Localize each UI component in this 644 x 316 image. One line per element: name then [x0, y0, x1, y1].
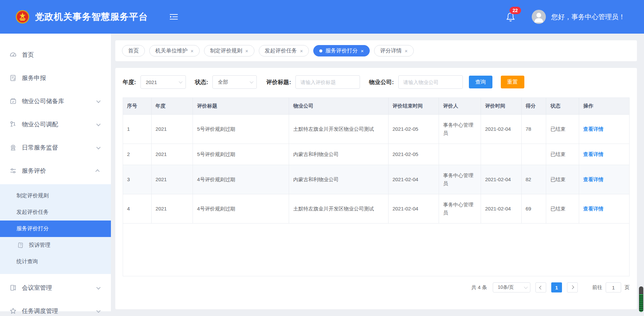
cell-score: 69 [521, 194, 546, 224]
sidebar-item-home[interactable]: 首页 [0, 45, 111, 65]
year-select-value: 2021 [146, 79, 157, 85]
chevron-left-icon [539, 286, 543, 289]
tab-home[interactable]: 首页 [122, 45, 145, 56]
star-icon [9, 307, 17, 315]
tab-label: 发起评价任务 [265, 47, 297, 54]
year-select[interactable]: 2021 [140, 75, 186, 89]
chevron-down-icon [96, 285, 101, 289]
chevron-down-icon [96, 98, 101, 103]
cell-no: 2 [123, 144, 151, 165]
cell-title: 4号评价规则过期 [193, 194, 289, 224]
tab-label: 首页 [128, 47, 139, 54]
tab-evaluation-scoring[interactable]: 服务评价打分 × [313, 45, 370, 56]
view-details-link[interactable]: 查看详情 [583, 126, 603, 132]
cell-status: 已结束 [546, 165, 579, 194]
col-status: 状态 [546, 98, 579, 115]
table-header-row: 序号 年度 评价标题 物业公司 评价结束时间 评价人 评价时间 得分 状态 操作 [123, 98, 629, 115]
col-no: 序号 [123, 98, 151, 115]
sidebar: 首页 服务申报 物业公司储备库 [0, 34, 111, 311]
chevron-down-icon [96, 145, 101, 149]
tab-launch-task[interactable]: 发起评价任务 × [259, 45, 309, 56]
sidebar-item-service-evaluation[interactable]: 服务评价 [0, 161, 111, 181]
cell-evaluator [439, 144, 481, 165]
user-avatar[interactable] [532, 10, 546, 24]
page-size-select[interactable]: 10条/页 [493, 282, 530, 292]
meeting-room-icon [9, 284, 17, 291]
svg-text:?: ? [20, 243, 22, 247]
sidebar-item-label: 任务调度管理 [22, 307, 96, 315]
cell-company: 内蒙古和利物业公司 [289, 144, 388, 165]
close-icon[interactable]: × [300, 48, 303, 53]
page-unit-label: 页 [625, 284, 630, 291]
national-emblem-logo [15, 10, 30, 24]
tab-score-details[interactable]: 评分详情 × [374, 45, 414, 56]
sidebar-item-property-dispatch[interactable]: 物业公司调配 [0, 115, 111, 134]
sidebar-item-label: 日常服务监督 [22, 144, 96, 152]
sidebar-subitem-launch-task[interactable]: 发起评价任务 [0, 204, 111, 221]
col-score: 得分 [521, 98, 546, 115]
tab-make-rules[interactable]: 制定评价规则 × [204, 45, 254, 56]
cell-end-time: 2021-02-04 [388, 194, 439, 224]
view-details-link[interactable]: 查看详情 [583, 206, 603, 211]
cell-company: 土默特左旗金川开发区物业公司测试 [289, 194, 388, 224]
sidebar-item-service-declare[interactable]: 服务申报 [0, 68, 111, 88]
sidebar-subitem-label: 发起评价任务 [16, 209, 49, 216]
total-count: 共 4 条 [471, 284, 487, 291]
user-greeting: 您好，事务中心管理员！ [551, 12, 625, 22]
cell-no: 4 [123, 194, 151, 224]
close-icon[interactable]: × [191, 48, 194, 53]
close-icon[interactable]: × [245, 48, 248, 53]
col-operation: 操作 [579, 98, 629, 115]
chevron-down-icon [96, 308, 101, 313]
monitor-camera-icon [9, 144, 17, 151]
company-input[interactable] [398, 75, 463, 89]
cell-year: 2021 [151, 115, 193, 144]
table-row: 3 2021 4号评价规则过期 内蒙古和利物业公司 2021-02-04 事务中… [123, 165, 629, 194]
cell-title: 4号评价规则过期 [193, 165, 289, 194]
close-icon[interactable]: × [405, 48, 408, 53]
view-details-link[interactable]: 查看详情 [583, 151, 603, 157]
form-icon [9, 74, 17, 82]
sidebar-subitem-evaluation-scoring[interactable]: 服务评价打分 [0, 221, 111, 237]
sidebar-subitem-label: 统计查询 [16, 258, 38, 265]
view-details-link[interactable]: 查看详情 [583, 176, 603, 182]
sidebar-collapse-icon[interactable] [169, 13, 178, 21]
sidebar-item-daily-supervision[interactable]: 日常服务监督 [0, 138, 111, 157]
sidebar-item-label: 服务评价 [22, 167, 96, 175]
current-page-button[interactable]: 1 [551, 282, 562, 292]
status-select[interactable]: 全部 [212, 75, 257, 89]
cell-status: 已结束 [546, 115, 579, 144]
sidebar-item-meeting-room[interactable]: 会议室管理 [0, 278, 111, 298]
sliders-icon [9, 167, 17, 174]
eval-title-input[interactable] [295, 75, 360, 89]
page-size-value: 10条/页 [498, 284, 514, 290]
sidebar-subitem-make-rules[interactable]: 制定评价规则 [0, 188, 111, 204]
sidebar-item-property-reserve[interactable]: 物业公司储备库 [0, 91, 111, 111]
notification-bell-icon[interactable]: 22 [506, 11, 516, 22]
search-button[interactable]: 查询 [469, 76, 492, 88]
year-label: 年度: [123, 78, 136, 86]
question-doc-icon: ? [17, 242, 24, 248]
cell-evaluator: 事务中心管理员 [439, 165, 481, 194]
cell-end-time: 2021-02-04 [388, 165, 439, 194]
close-icon[interactable]: × [361, 48, 364, 53]
next-page-button[interactable] [567, 282, 578, 292]
prev-page-button[interactable] [535, 282, 546, 292]
cell-company: 内蒙古和利物业公司 [289, 165, 388, 194]
tab-label: 服务评价打分 [325, 47, 358, 54]
pagination: 共 4 条 10条/页 1 前往 页 [123, 282, 630, 292]
chevron-down-icon [178, 80, 182, 83]
cell-year: 2021 [151, 144, 193, 165]
sidebar-subitem-complaint-management[interactable]: ? 投诉管理 [0, 237, 111, 253]
chevron-down-icon [250, 80, 253, 83]
goto-page-input[interactable] [606, 282, 621, 292]
sidebar-item-label: 物业公司调配 [22, 120, 96, 128]
company-label: 物业公司: [369, 78, 394, 86]
sidebar-subitem-statistics-query[interactable]: 统计查询 [0, 253, 111, 270]
scrollbar-thumb[interactable] [639, 286, 643, 312]
reset-button[interactable]: 重置 [501, 76, 524, 88]
col-company: 物业公司 [289, 98, 388, 115]
sidebar-item-task-scheduling[interactable]: 任务调度管理 [0, 301, 111, 316]
cell-score [521, 144, 546, 165]
tab-org-unit-maintenance[interactable]: 机关单位维护 × [149, 45, 200, 56]
